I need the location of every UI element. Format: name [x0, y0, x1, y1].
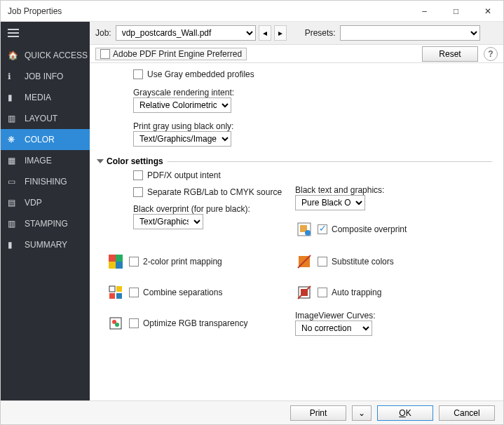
collapse-icon: [97, 159, 104, 163]
auto-trapping-checkbox[interactable]: [318, 288, 327, 297]
use-gray-profiles-label: Use Gray embedded profiles: [147, 69, 254, 79]
composite-overprint-icon: [295, 220, 313, 238]
imageviewer-select[interactable]: No correction: [295, 321, 372, 336]
job-bar: Job: vdp_postcards_Wall.pdf ◂ ▸ Presets:: [90, 22, 503, 45]
help-button[interactable]: ?: [484, 47, 498, 61]
print-options-button[interactable]: ⌄: [352, 405, 372, 421]
sidebar-item-label: STAMPING: [25, 219, 68, 229]
sidebar-item-label: SUMMARY: [25, 240, 67, 250]
imageviewer-label: ImageViewer Curves:: [295, 311, 492, 321]
presets-select[interactable]: [340, 25, 480, 41]
svg-rect-8: [109, 262, 116, 269]
sidebar-item-vdp[interactable]: ▤VDP: [1, 192, 90, 213]
image-icon: ▦: [8, 156, 18, 166]
combine-separations-checkbox[interactable]: [129, 288, 139, 297]
optimize-rgb-checkbox[interactable]: [129, 318, 139, 328]
job-prev-button[interactable]: ◂: [259, 25, 271, 41]
two-color-icon: [107, 252, 125, 271]
sidebar-item-label: LAYOUT: [25, 114, 57, 123]
sidebar-item-label: JOB INFO: [25, 72, 63, 81]
sidebar-item-label: QUICK ACCESS: [25, 50, 88, 60]
black-text-select[interactable]: Pure Black On: [295, 195, 365, 210]
summary-icon: ▮: [8, 240, 18, 250]
ok-button[interactable]: OK: [377, 405, 433, 421]
svg-rect-2: [8, 36, 19, 37]
composite-overprint-checkbox[interactable]: [318, 224, 327, 234]
home-icon: 🏠: [8, 50, 18, 60]
svg-rect-12: [109, 286, 115, 292]
combine-separations-label: Combine separations: [143, 288, 222, 297]
svg-rect-14: [109, 293, 115, 299]
close-button[interactable]: ✕: [472, 1, 503, 21]
sidebar-item-job-info[interactable]: ℹJOB INFO: [1, 66, 90, 87]
sidebar-item-media[interactable]: ▮MEDIA: [1, 87, 90, 108]
svg-line-18: [298, 286, 311, 299]
color-settings-title: Color settings: [107, 156, 163, 166]
adobe-pdf-engine-checkbox[interactable]: [100, 49, 110, 59]
sidebar-item-quick-access[interactable]: 🏠QUICK ACCESS: [1, 45, 90, 66]
minimize-button[interactable]: –: [409, 1, 440, 21]
sidebar-item-color[interactable]: ❋COLOR: [1, 129, 90, 150]
footer: Print ⌄ OK Cancel: [1, 400, 503, 425]
svg-point-21: [115, 323, 119, 327]
svg-rect-1: [8, 32, 19, 34]
substitute-colors-label: Substitute colors: [332, 257, 394, 267]
sidebar-item-label: COLOR: [25, 135, 55, 144]
adobe-pdf-engine-label: Adobe PDF Print Engine Preferred: [113, 49, 242, 59]
color-icon: ❋: [8, 135, 18, 144]
use-gray-profiles-checkbox[interactable]: [133, 69, 143, 79]
print-button[interactable]: Print: [290, 405, 346, 421]
svg-rect-15: [116, 293, 122, 299]
info-icon: ℹ: [8, 72, 18, 81]
sidebar-item-summary[interactable]: ▮SUMMARY: [1, 234, 90, 255]
substitute-colors-icon: [295, 252, 313, 271]
title-bar: Job Properties – □ ✕: [1, 1, 503, 22]
print-gray-label: Print gray using black only:: [133, 121, 492, 131]
sidebar-item-stamping[interactable]: ▥STAMPING: [1, 213, 90, 234]
job-label: Job:: [95, 28, 111, 38]
sidebar: 🏠QUICK ACCESS ℹJOB INFO ▮MEDIA ▥LAYOUT ❋…: [1, 22, 90, 400]
presets-label: Presets:: [305, 28, 336, 38]
auto-trapping-label: Auto trapping: [332, 288, 381, 297]
barcode-icon: ▥: [8, 219, 18, 229]
substitute-colors-checkbox[interactable]: [318, 257, 327, 267]
sidebar-item-label: MEDIA: [25, 93, 51, 102]
sidebar-item-image[interactable]: ▦IMAGE: [1, 150, 90, 171]
reset-button[interactable]: Reset: [422, 46, 478, 62]
job-select[interactable]: vdp_postcards_Wall.pdf: [116, 25, 256, 41]
svg-rect-9: [116, 262, 123, 269]
sidebar-item-finishing[interactable]: ▭FINISHING: [1, 171, 90, 192]
svg-rect-13: [116, 286, 122, 292]
separate-rgb-checkbox[interactable]: [133, 187, 143, 197]
svg-rect-0: [8, 29, 19, 30]
black-overprint-select[interactable]: Text/Graphics: [133, 214, 203, 229]
optimize-rgb-label: Optimize RGB transparency: [143, 318, 247, 328]
sidebar-item-label: VDP: [25, 198, 42, 208]
two-color-label: 2-color print mapping: [143, 257, 222, 267]
menu-icon: [8, 29, 19, 39]
finishing-icon: ▭: [8, 177, 18, 187]
settings-panel: Use Gray embedded profiles Grayscale ren…: [90, 63, 503, 400]
job-next-button[interactable]: ▸: [274, 25, 287, 41]
sidebar-item-label: IMAGE: [25, 156, 52, 166]
grayscale-intent-select[interactable]: Relative Colorimetric: [133, 97, 231, 113]
optimize-rgb-icon: [107, 314, 125, 332]
print-gray-select[interactable]: Text/Graphics/Images: [133, 131, 231, 147]
sidebar-item-layout[interactable]: ▥LAYOUT: [1, 108, 90, 129]
grayscale-intent-label: Grayscale rendering intent:: [133, 88, 492, 97]
cancel-button[interactable]: Cancel: [439, 405, 495, 421]
page-icon: ▮: [8, 93, 18, 102]
svg-rect-7: [116, 255, 123, 262]
black-text-label: Black text and graphics:: [295, 185, 492, 195]
auto-trapping-icon: [295, 283, 313, 302]
black-overprint-label: Black overprint (for pure black):: [133, 204, 295, 214]
color-settings-header[interactable]: Color settings: [98, 156, 492, 166]
two-color-checkbox[interactable]: [129, 257, 139, 267]
maximize-button[interactable]: □: [440, 1, 472, 21]
window-title: Job Properties: [8, 6, 409, 16]
separate-rgb-label: Separate RGB/Lab to CMYK source: [147, 187, 282, 197]
pdfx-checkbox[interactable]: [133, 170, 143, 180]
vdp-icon: ▤: [8, 198, 18, 208]
top-strip: Adobe PDF Print Engine Preferred Reset ?: [90, 45, 503, 63]
layout-icon: ▥: [8, 114, 18, 123]
